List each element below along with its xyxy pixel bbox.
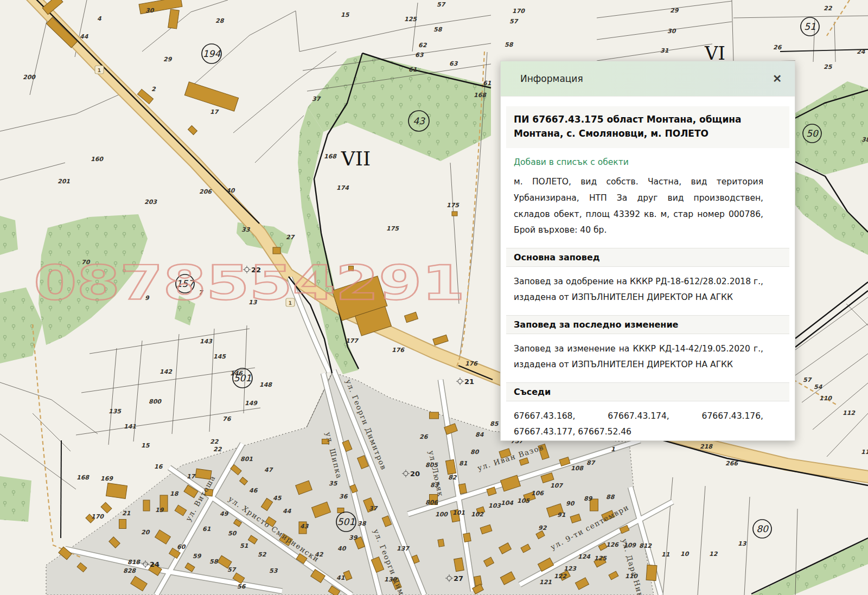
parcel-number: 177 — [346, 337, 359, 344]
watermark-phone-number: 0878554291 — [34, 255, 465, 311]
parcel-number: 30 — [667, 28, 676, 35]
close-icon[interactable]: ✕ — [771, 72, 783, 85]
parcel-number: 169 — [100, 475, 113, 482]
section-neighbours-text: 67667.43.168, 67667.43.174, 67667.43.176… — [514, 408, 763, 440]
parcel-number: 1 — [611, 446, 615, 453]
watermark-layer: 0878554291 — [34, 255, 465, 311]
parcel-number: 18 — [170, 490, 179, 497]
parcel-number: 168 — [474, 92, 487, 99]
parcel-number: 21 — [122, 510, 131, 517]
parcel-number: 126 — [606, 541, 619, 548]
parcel-number: 100 — [435, 511, 448, 518]
parcel-number: 175 — [446, 202, 459, 209]
parcel-number: 87 — [586, 459, 596, 466]
parcel-number: 102 — [471, 511, 484, 518]
parcel-number: 218 — [700, 443, 713, 450]
parcel-number: 22 — [824, 5, 833, 12]
parcel-number: 108 — [571, 465, 584, 472]
parcel-number: 40 — [226, 187, 235, 194]
parcel-number: 36 — [339, 493, 348, 500]
parcel-number: 41 — [336, 574, 345, 581]
parcel-number: 90 — [566, 500, 575, 507]
building — [119, 520, 126, 529]
parcel-number: 145 — [213, 353, 226, 360]
parcel-number: 29 — [670, 7, 679, 14]
parcel-number: 149 — [245, 400, 258, 407]
parcel-number: 61 — [202, 526, 211, 533]
parcel-number: 114 — [861, 449, 868, 456]
add-to-object-list-link[interactable]: Добави в списък с обекти — [514, 157, 629, 167]
parcel-number: 110 — [819, 395, 832, 402]
parcel-number: 58 — [433, 26, 443, 33]
parcel-number: 103 — [488, 502, 501, 509]
parcel-number: 801 — [240, 456, 253, 463]
parcel-number: 4 — [97, 15, 102, 22]
parcel-number: 45 — [273, 495, 282, 502]
parcel-number: 54 — [814, 383, 823, 391]
section-main-order-text: Заповед за одобрение на КККР РД-18-612/2… — [514, 274, 763, 306]
parcel-number: 22 — [210, 438, 219, 445]
parcel-title: ПИ 67667.43.175 област Монтана, община М… — [506, 106, 789, 148]
svg-text:21: 21 — [464, 378, 474, 386]
svg-text:501: 501 — [234, 373, 251, 383]
building — [438, 539, 444, 547]
svg-text:27: 27 — [454, 574, 463, 583]
parcel-number: 39 — [349, 534, 358, 541]
parcel-number: 60 — [177, 543, 186, 551]
road-number-badge: 1 — [95, 66, 104, 74]
parcel-number: 170 — [512, 8, 525, 15]
parcel-number: 104 — [501, 500, 514, 507]
parcel-number: 27 — [286, 234, 295, 241]
svg-text:501: 501 — [337, 516, 355, 527]
parcel-number: 105 — [517, 497, 530, 504]
parcel-number: 88 — [606, 494, 615, 501]
info-panel-body: ПИ 67667.43.175 област Монтана, община М… — [501, 97, 795, 440]
parcel-number: 11 — [661, 551, 670, 558]
parcel-number: 175 — [386, 225, 399, 232]
parcel-number: 33 — [241, 226, 251, 233]
svg-text:24: 24 — [150, 560, 159, 568]
parcel-number: 63 — [415, 52, 424, 59]
parcel-number: 58 — [505, 41, 514, 48]
parcel-number: 43 — [300, 523, 309, 530]
parcel-number: 37 — [369, 505, 378, 512]
parcel-number: 20 — [141, 529, 150, 536]
parcel-number: 122 — [554, 573, 567, 580]
parcel-number: 26 — [419, 433, 429, 440]
parcel-number: 38 — [861, 136, 868, 143]
parcel-number: 50 — [228, 530, 237, 537]
parcel-number: 812 — [639, 542, 652, 549]
parcel-number: 35 — [329, 480, 338, 487]
building — [143, 500, 150, 511]
parcel-number: 29 — [163, 56, 173, 63]
parcel-number: 17 — [187, 473, 196, 480]
parcel-number: 10 — [680, 551, 690, 558]
section-last-change-text: Заповед за изменение на КККР КД-14-42/19… — [514, 341, 763, 373]
parcel-number: 57 — [227, 566, 237, 573]
parcel-number: 38 — [358, 520, 367, 527]
parcel-number: 62 — [418, 42, 427, 49]
parcel-number: 828 — [123, 567, 136, 574]
svg-text:1: 1 — [98, 68, 101, 73]
parcel-number: 141 — [124, 423, 136, 430]
parcel-number: 201 — [58, 178, 70, 185]
parcel-number: 135 — [108, 408, 122, 415]
parcel-number: 168 — [76, 474, 90, 481]
parcel-number: 200 — [23, 74, 36, 81]
parcel-number: 44 — [80, 33, 89, 40]
map-viewport[interactable]: 2001602012037097304442829217206403327131… — [0, 0, 868, 595]
parcel-number: 112 — [843, 410, 856, 417]
parcel-number: 16 — [154, 463, 163, 470]
parcel-number: 106 — [531, 490, 544, 497]
parcel-number: 125 — [404, 16, 417, 23]
parcel-number: 121 — [539, 579, 552, 586]
parcel-number: 63 — [449, 60, 458, 67]
parcel-number: 170 — [91, 513, 104, 520]
parcel-number: 176 — [392, 347, 405, 354]
svg-text:80: 80 — [756, 523, 769, 534]
section-neighbours-title: Съседи — [506, 382, 789, 401]
parcel-number: 137 — [397, 545, 410, 552]
section-main-order-title: Основна заповед — [506, 248, 789, 267]
parcel-number: 44 — [283, 508, 292, 515]
parcel-number: 12 — [709, 551, 718, 558]
